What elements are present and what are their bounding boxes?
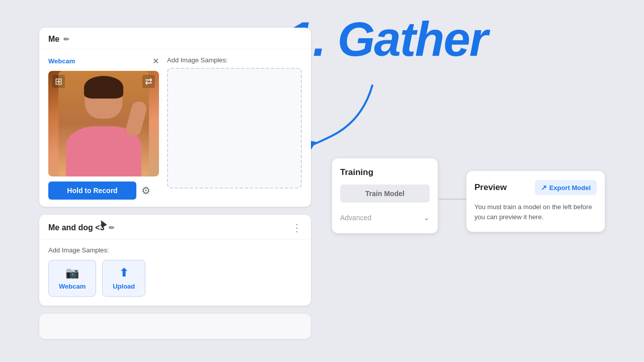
webcam-col: Webcam ✕ <box>48 56 159 200</box>
connector-line <box>439 199 466 200</box>
export-icon: ↗ <box>541 184 547 192</box>
add-samples-label: Add Image Samples: <box>167 56 302 64</box>
sample-buttons-row: 📷 Webcam ⬆ Upload <box>48 260 302 297</box>
train-model-button[interactable]: Train Model <box>340 185 430 203</box>
samples-dotted-area <box>167 68 302 189</box>
settings-icon[interactable]: ⚙ <box>141 185 150 197</box>
webcam-sample-button[interactable]: 📷 Webcam <box>48 260 96 297</box>
flip-icon[interactable]: ⇄ <box>142 75 155 88</box>
dog-more-icon[interactable]: ⋮ <box>292 222 302 234</box>
training-panel: Training Train Model Advanced ⌄ <box>332 158 438 233</box>
webcam-label: Webcam <box>48 57 75 65</box>
chevron-down-icon: ⌄ <box>423 213 430 222</box>
upload-btn-label: Upload <box>113 283 135 290</box>
advanced-row[interactable]: Advanced ⌄ <box>340 210 430 225</box>
preview-description: You must train a model on the left befor… <box>474 202 597 222</box>
me-edit-icon[interactable]: ✏ <box>63 35 69 43</box>
third-class-card-partial <box>39 314 311 339</box>
me-card-body: Webcam ✕ <box>39 49 311 207</box>
upload-btn-icon: ⬆ <box>119 266 128 280</box>
gather-heading: 1. Gather <box>287 15 487 63</box>
add-samples-area: Add Image Samples: <box>167 56 302 189</box>
preview-panel: Preview ↗ Export Model You must train a … <box>466 171 605 232</box>
dog-card-body: Add Image Samples: 📷 Webcam ⬆ Upload <box>39 239 311 306</box>
dog-title-text: Me and dog <3 <box>48 223 105 232</box>
webcam-header-row: Webcam ✕ <box>48 56 159 66</box>
dog-class-card: Me and dog <3 ✏ ⋮ Add Image Samples: 📷 W… <box>39 215 311 306</box>
upload-sample-button[interactable]: ⬆ Upload <box>102 260 145 297</box>
export-btn-label: Export Model <box>549 184 591 192</box>
me-title-text: Me <box>48 35 59 44</box>
webcam-btn-icon: 📷 <box>65 266 79 280</box>
left-panels: Me ✏ Webcam ✕ <box>39 28 311 339</box>
webcam-section: Webcam ✕ <box>48 56 302 200</box>
video-overlay-icons: ⊞ ⇄ <box>48 75 159 88</box>
me-class-card: Me ✏ Webcam ✕ <box>39 28 311 207</box>
dog-card-header: Me and dog <3 ✏ ⋮ <box>39 215 311 239</box>
hold-to-record-button[interactable]: Hold to Record <box>48 182 136 200</box>
crop-icon[interactable]: ⊞ <box>52 75 65 88</box>
webcam-close-icon[interactable]: ✕ <box>152 56 159 66</box>
preview-header: Preview ↗ Export Model <box>474 180 597 195</box>
webcam-video-preview: ⊞ ⇄ <box>48 71 159 176</box>
dog-card-title: Me and dog <3 ✏ <box>48 223 115 232</box>
me-card-header: Me ✏ <box>39 28 311 49</box>
export-model-button[interactable]: ↗ Export Model <box>535 180 597 195</box>
hold-btn-row: Hold to Record ⚙ <box>48 182 159 200</box>
me-card-title: Me ✏ <box>48 35 69 44</box>
advanced-label: Advanced <box>340 214 371 222</box>
training-title: Training <box>340 167 430 177</box>
webcam-btn-label: Webcam <box>59 283 86 290</box>
dog-edit-icon[interactable]: ✏ <box>109 224 115 232</box>
preview-title: Preview <box>474 183 507 193</box>
dog-add-samples-label: Add Image Samples: <box>48 246 302 254</box>
